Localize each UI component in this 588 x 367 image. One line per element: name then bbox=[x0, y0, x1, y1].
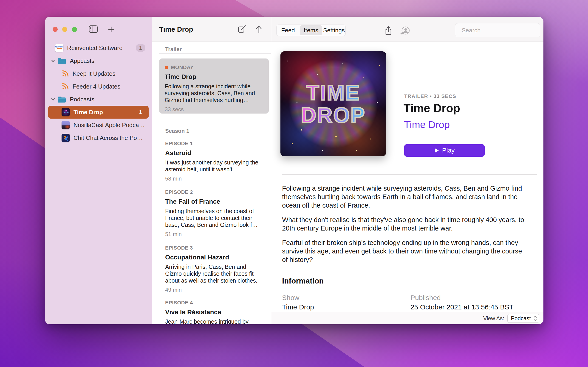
episode-list-pane: Time Drop Trailer MONDAY bbox=[152, 17, 271, 324]
item-title: The Fall of France bbox=[165, 198, 264, 205]
detail-pane: Feed Items Settings bbox=[271, 17, 544, 324]
sidebar-item-chit-chat[interactable]: Chit Chat Across the Po… bbox=[48, 131, 149, 144]
window-minimize-button[interactable] bbox=[62, 27, 67, 32]
episode-list-item[interactable]: EPISODE 1 Asteroid It was just another d… bbox=[165, 141, 264, 182]
item-description: Finding themselves on the coast of Franc… bbox=[165, 208, 262, 228]
sidebar-item-reinvented-software[interactable]: reinvented Reinvented Software 1 bbox=[48, 42, 149, 54]
compose-icon[interactable] bbox=[237, 25, 246, 34]
chevron-down-icon[interactable] bbox=[50, 58, 56, 64]
sidebar-item-label: Feeder 4 Updates bbox=[73, 83, 120, 90]
info-field-label: Show bbox=[282, 294, 299, 302]
item-duration: 58 min bbox=[165, 175, 264, 182]
unread-count-badge: 1 bbox=[136, 44, 145, 52]
unread-count-badge: 1 bbox=[136, 108, 145, 116]
view-as-value: Podcast bbox=[511, 315, 531, 322]
add-person-icon[interactable] bbox=[400, 26, 410, 35]
episode-list-item[interactable]: EPISODE 4 Vive la Résistance Jean-Marc b… bbox=[165, 300, 264, 324]
item-day-label: MONDAY bbox=[171, 65, 194, 70]
view-as-dropdown[interactable]: Podcast bbox=[507, 314, 539, 323]
app-window: reinvented Reinvented Software 1 Appcast… bbox=[45, 17, 544, 324]
episode-list-item[interactable]: EPISODE 3 Occupational Hazard Arriving i… bbox=[165, 245, 264, 293]
item-duration: 49 min bbox=[165, 287, 264, 293]
info-field-label: Published bbox=[410, 294, 441, 302]
description-paragraph: Fearful of their broken ship's technolog… bbox=[282, 239, 529, 264]
view-segmented-control: Feed Items Settings bbox=[276, 25, 346, 36]
sidebar-toggle-icon[interactable] bbox=[89, 25, 98, 33]
sidebar-item-nosillacast[interactable]: NosillaCast Apple Podca… bbox=[48, 119, 149, 131]
main-toolbar: Feed Items Settings bbox=[271, 17, 544, 42]
sidebar-item-label: Time Drop bbox=[73, 109, 103, 116]
item-title: Occupational Hazard bbox=[165, 254, 264, 261]
nosillacast-artwork-thumbnail bbox=[61, 121, 70, 129]
folder-icon bbox=[57, 57, 66, 65]
tab-items[interactable]: Items bbox=[300, 25, 322, 35]
add-feed-button[interactable] bbox=[107, 26, 115, 33]
play-triangle-icon bbox=[434, 148, 439, 153]
sidebar: reinvented Reinvented Software 1 Appcast… bbox=[45, 17, 152, 324]
share-icon[interactable] bbox=[384, 26, 393, 35]
description-paragraph: Following a strange incident while surve… bbox=[282, 184, 529, 210]
list-pane-title: Time Drop bbox=[159, 17, 193, 42]
podcast-artwork: TIME DROP bbox=[280, 51, 386, 156]
sidebar-item-label: Keep It Updates bbox=[73, 70, 115, 77]
description-paragraph: What they don't realise is that they've … bbox=[282, 216, 529, 233]
tab-feed[interactable]: Feed bbox=[277, 25, 299, 35]
sidebar-item-feeder-4-updates[interactable]: Feeder 4 Updates bbox=[48, 80, 149, 93]
section-label-season: Season 1 bbox=[165, 128, 189, 134]
search-field[interactable] bbox=[455, 23, 540, 37]
information-heading: Information bbox=[282, 277, 324, 285]
artwork-title-line1: TIME bbox=[306, 84, 360, 102]
info-field-value: Time Drop bbox=[282, 303, 314, 311]
item-description: Following a strange incident while surve… bbox=[165, 83, 263, 103]
sidebar-item-podcasts[interactable]: Podcasts bbox=[48, 93, 149, 106]
item-title: Time Drop bbox=[165, 73, 263, 81]
tab-settings[interactable]: Settings bbox=[323, 25, 345, 35]
bottom-bar: View As: Podcast bbox=[271, 312, 544, 324]
chit-chat-artwork-thumbnail bbox=[61, 134, 70, 142]
sidebar-item-appcasts[interactable]: Appcasts bbox=[48, 54, 149, 67]
sidebar-item-label: Podcasts bbox=[70, 96, 95, 103]
sidebar-item-label: Appcasts bbox=[70, 57, 95, 65]
episode-kicker: EPISODE 2 bbox=[165, 189, 264, 195]
chevron-down-icon[interactable] bbox=[50, 96, 56, 102]
rss-icon bbox=[61, 70, 69, 77]
search-input[interactable] bbox=[462, 27, 539, 34]
play-button[interactable]: Play bbox=[404, 144, 485, 157]
sidebar-item-label: Reinvented Software bbox=[67, 44, 122, 52]
sidebar-item-label: NosillaCast Apple Podca… bbox=[73, 122, 145, 129]
sidebar-item-label: Chit Chat Across the Po… bbox=[73, 134, 143, 142]
rss-icon bbox=[61, 83, 69, 90]
item-description: It was just another day surveying the as… bbox=[165, 159, 262, 173]
item-title: Asteroid bbox=[165, 149, 264, 157]
item-title: Vive la Résistance bbox=[165, 309, 264, 316]
reinvented-software-app-icon: reinvented bbox=[55, 44, 63, 52]
play-button-label: Play bbox=[442, 147, 455, 154]
artwork-title-line2: DROP bbox=[301, 106, 366, 124]
item-description: Arriving in Paris, Cass, Ben and Gizmo q… bbox=[165, 263, 262, 284]
folder-icon bbox=[57, 96, 66, 103]
sidebar-item-keep-it-updates[interactable]: Keep It Updates bbox=[48, 67, 149, 80]
sidebar-feed-list: reinvented Reinvented Software 1 Appcast… bbox=[48, 42, 149, 144]
sidebar-item-time-drop[interactable]: TIME DROP Time Drop 1 bbox=[48, 106, 149, 119]
upload-arrow-icon[interactable] bbox=[255, 25, 263, 34]
divider bbox=[159, 53, 271, 54]
time-drop-artwork-thumbnail: TIME DROP bbox=[61, 108, 70, 116]
detail-title: Time Drop bbox=[404, 102, 460, 115]
episode-kicker: EPISODE 4 bbox=[165, 300, 264, 306]
divider bbox=[282, 174, 537, 175]
window-zoom-button[interactable] bbox=[72, 27, 77, 32]
list-pane-header: Time Drop bbox=[152, 17, 271, 42]
item-duration: 33 secs bbox=[165, 106, 263, 113]
trailer-list-item[interactable]: MONDAY Time Drop Following a strange inc… bbox=[159, 58, 269, 114]
stepper-icon bbox=[533, 315, 537, 321]
episode-kicker: EPISODE 1 bbox=[165, 141, 264, 147]
section-label-trailer: Trailer bbox=[165, 46, 182, 52]
show-link[interactable]: Time Drop bbox=[404, 119, 450, 130]
item-duration: 51 min bbox=[165, 231, 264, 237]
episode-kicker: EPISODE 3 bbox=[165, 245, 264, 251]
episode-list-item[interactable]: EPISODE 2 The Fall of France Finding the… bbox=[165, 189, 264, 237]
window-close-button[interactable] bbox=[52, 27, 58, 32]
description-paragraphs: Following a strange incident while surve… bbox=[282, 184, 529, 270]
unread-dot-icon bbox=[165, 66, 168, 69]
item-description: Jean-Marc becomes intrigued by bbox=[165, 318, 262, 324]
